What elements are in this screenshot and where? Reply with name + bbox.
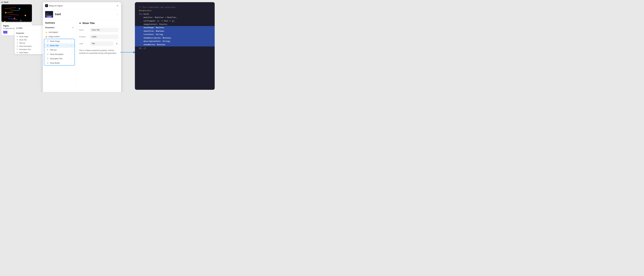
param-item-card-tapped[interactable]: 👆 card-tapped bbox=[43, 30, 76, 34]
relay-app-name: Relay for Figma bbox=[49, 5, 62, 7]
param-item-show-title[interactable]: 👁 Show Title → bbox=[44, 43, 74, 48]
eye-icon: 👁 bbox=[16, 39, 18, 41]
code-param-show-description: showDescription: Boolean, bbox=[135, 36, 215, 40]
relay-footer: No errors ⇄ Share with developer bbox=[43, 91, 121, 92]
params-add-button[interactable]: + bbox=[72, 26, 74, 29]
code-param-show-button: showButton: Boolean, bbox=[135, 43, 215, 46]
prop-item-label: Description Text bbox=[19, 49, 30, 50]
param-highlighted-group: 👁 Show Image → 👁 Show Title → T Title te… bbox=[44, 39, 75, 66]
relay-dialog: ⟨/⟩ Relay for Figma ✕ ♡ Button Card ⋯ Su… bbox=[43, 2, 121, 92]
app-icon: ◈ bbox=[1, 1, 3, 3]
app-title: ◈ Card bbox=[1, 1, 8, 3]
field-label-property: Property bbox=[79, 36, 88, 38]
relay-body: Summary Parameters + 👆 card-tapped ▣ ima… bbox=[43, 20, 121, 91]
image-icon: ▣ bbox=[45, 36, 48, 38]
param-label: Show Title bbox=[50, 45, 59, 47]
prop-item-label: Show Description bbox=[19, 45, 32, 47]
heart-icon: ♡ bbox=[5, 31, 6, 33]
code-param-image-content: imageContent: Painter, bbox=[139, 23, 210, 26]
prop-item-label: Title text bbox=[19, 42, 25, 44]
code-comment: // This composable was generated.. bbox=[139, 6, 210, 9]
app-title-text: Card bbox=[4, 1, 8, 3]
eye-icon: 👁 bbox=[46, 53, 49, 56]
param-item-show-button[interactable]: 👁 Show Button → bbox=[44, 61, 74, 65]
layer-input[interactable]: Title bbox=[90, 42, 113, 46]
param-label: Description Text bbox=[50, 58, 62, 60]
right-field-property: Property visible bbox=[76, 33, 121, 40]
relay-left-column: Summary Parameters + 👆 card-tapped ▣ ima… bbox=[43, 20, 76, 91]
params-label: Parameters bbox=[45, 27, 54, 29]
card-info-row: ♡ Button Card ⋯ bbox=[43, 9, 121, 20]
tap-icon: 👆 bbox=[45, 31, 48, 33]
arrow-icon: → bbox=[70, 49, 72, 51]
text-icon: T bbox=[16, 48, 18, 50]
close-button[interactable]: ✕ bbox=[116, 4, 119, 7]
card-title: Card bbox=[55, 13, 61, 16]
code-annotation-line: @Composable bbox=[139, 9, 210, 12]
relay-header-left: ⟨/⟩ Relay for Figma bbox=[45, 4, 62, 7]
eye-icon: 👁 bbox=[46, 40, 49, 42]
eye-icon: 👁 bbox=[46, 44, 49, 47]
params-header: Parameters + bbox=[43, 26, 76, 30]
prop-title-text: Card bbox=[18, 27, 22, 29]
eye-icon: 👁 bbox=[16, 36, 18, 38]
param-item-show-description[interactable]: 👁 Show Description → bbox=[44, 52, 74, 57]
card-info-left: ♡ Button Card bbox=[45, 11, 61, 18]
relay-app-icon: ⟨/⟩ bbox=[45, 4, 48, 7]
field-label-layer: Layer bbox=[79, 43, 88, 45]
right-panel-title: 👁 Show Title bbox=[76, 20, 121, 27]
code-panel: // This composable was generated.. @Comp… bbox=[135, 2, 215, 90]
param-label: image-content bbox=[48, 36, 60, 38]
code-close-brace: ){...} bbox=[139, 47, 210, 50]
param-label: Title text bbox=[50, 49, 56, 51]
right-description: This is a Figma component property. It w… bbox=[76, 47, 121, 91]
eye-icon: 👁 bbox=[16, 52, 18, 54]
arrow-icon: → bbox=[70, 58, 72, 60]
param-label: Show Description bbox=[50, 53, 64, 55]
prop-item-label: Show Image bbox=[19, 36, 28, 38]
text-icon: T bbox=[16, 42, 18, 44]
right-field-layer: Layer Title ⊕ bbox=[76, 40, 121, 47]
arrow-icon: → bbox=[70, 53, 72, 55]
field-label-name: Name bbox=[79, 29, 88, 31]
text-icon: T bbox=[46, 49, 49, 51]
relay-right-column: 👁 Show Title Name Show Title Property vi… bbox=[76, 20, 121, 91]
code-param-show-image: showImage: Boolean, bbox=[135, 26, 215, 29]
param-item-image-content[interactable]: ▣ image-content bbox=[43, 34, 76, 39]
eye-icon: 👁 bbox=[16, 45, 18, 47]
code-param-card-tapped: cardTapped: () -> Unit = {}, bbox=[139, 19, 210, 23]
eye-icon: 👁 bbox=[46, 62, 49, 64]
property-input[interactable]: visible bbox=[90, 35, 118, 39]
param-label: Show Button bbox=[50, 62, 60, 64]
arrow-icon: → bbox=[70, 40, 72, 42]
code-param-description-text: descriptionText: String, bbox=[135, 40, 215, 43]
code-param-title-text: titleText: String, bbox=[135, 33, 215, 36]
figma-preview-image: ◆ bbox=[2, 4, 32, 22]
right-title-text: Show Title bbox=[82, 22, 95, 25]
eye-icon: 👁 bbox=[79, 22, 81, 25]
param-label: card-tapped bbox=[48, 31, 58, 33]
prop-diamond-icon: ◈ bbox=[16, 27, 18, 29]
code-param-show-title: showTitle: Boolean, bbox=[135, 30, 215, 33]
param-item-description-text[interactable]: T Description Text → bbox=[44, 57, 74, 61]
code-fun-line: fun Card( bbox=[139, 13, 210, 16]
param-item-show-image[interactable]: 👁 Show Image → bbox=[44, 39, 74, 43]
prop-item-label: Show Button bbox=[19, 52, 28, 53]
arrow-icon: → bbox=[70, 62, 72, 64]
card-thumbnail: ♡ Button bbox=[45, 11, 53, 18]
prop-section-label: Properties bbox=[16, 32, 24, 34]
param-label: Show Image bbox=[50, 40, 60, 42]
param-item-title-text[interactable]: T Title text → bbox=[44, 48, 74, 52]
relay-dialog-header: ⟨/⟩ Relay for Figma ✕ bbox=[43, 2, 121, 9]
card-menu-button[interactable]: ⋯ bbox=[116, 13, 119, 16]
right-field-name: Name Show Title bbox=[76, 27, 121, 33]
text-icon: T bbox=[46, 58, 49, 60]
prop-header-title: ◈ Card bbox=[16, 27, 22, 29]
prop-item-label: Show Title bbox=[19, 39, 27, 41]
target-icon[interactable]: ⊕ bbox=[115, 42, 118, 45]
summary-header: Summary bbox=[43, 20, 76, 26]
name-input[interactable]: Show Title bbox=[90, 28, 118, 32]
code-param-modifier: modifier: Modifier = Modifier, bbox=[139, 16, 210, 19]
figma-heart-button[interactable]: ♡ bbox=[3, 31, 8, 34]
arrow-icon: → bbox=[70, 45, 72, 47]
